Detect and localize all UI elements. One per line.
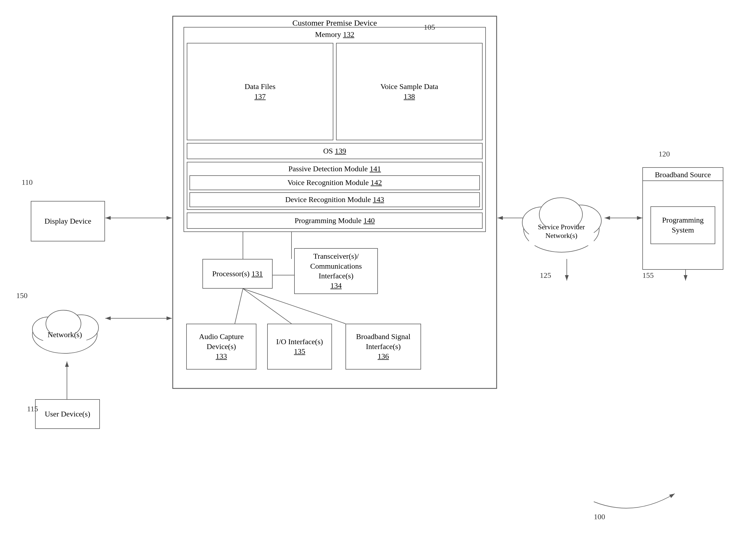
passive-detection-box: Passive Detection Module 141 Voice Recog… — [187, 162, 483, 210]
voice-sample-box: Voice Sample Data 138 — [336, 43, 483, 140]
voice-recognition-box: Voice Recognition Module 142 — [189, 175, 480, 190]
svg-text:Network(s): Network(s) — [47, 330, 82, 339]
customer-premise-label: Customer Premise Device — [173, 18, 497, 28]
ref-150: 150 — [16, 291, 28, 300]
svg-line-11 — [243, 289, 291, 324]
transceiver-box: Transceiver(s)/ Communications Interface… — [294, 248, 378, 294]
display-device-box: Display Device — [31, 201, 105, 241]
svg-text:Service Provider: Service Provider — [538, 223, 585, 231]
svg-text:Network(s): Network(s) — [546, 232, 577, 240]
svg-line-10 — [235, 289, 243, 324]
service-provider-cloud: Service Provider Network(s) — [513, 175, 610, 262]
audio-capture-box: Audio Capture Device(s) 133 — [186, 324, 256, 369]
programming-system-box: Programming System — [650, 206, 715, 244]
broadband-signal-box: Broadband Signal Interface(s) 136 — [345, 324, 421, 369]
ref-155: 155 — [642, 271, 654, 280]
io-interface-box: I/O Interface(s) 135 — [267, 324, 332, 369]
data-files-box: Data Files 137 — [187, 43, 333, 140]
ref-115: 115 — [27, 405, 38, 413]
processor-box: Processor(s) 131 — [202, 259, 273, 289]
ref-110: 110 — [22, 178, 33, 187]
ref-120: 120 — [659, 150, 670, 158]
os-box: OS 139 — [187, 143, 483, 159]
user-device-box: User Device(s) — [35, 399, 100, 429]
device-recognition-box: Device Recognition Module 143 — [189, 192, 480, 207]
ref-100: 100 — [594, 513, 605, 521]
memory-box: Memory 132 Data Files 137 Voice Sample D… — [183, 27, 486, 232]
ref-125: 125 — [540, 271, 551, 280]
broadband-source-box: Broadband Source Programming System — [642, 167, 723, 270]
ref-105: 105 — [424, 23, 435, 32]
programming-module-box: Programming Module 140 — [187, 213, 483, 229]
diagram: Customer Premise Device Memory 132 Data … — [0, 0, 756, 533]
networks-cloud: Network(s) — [22, 291, 108, 356]
